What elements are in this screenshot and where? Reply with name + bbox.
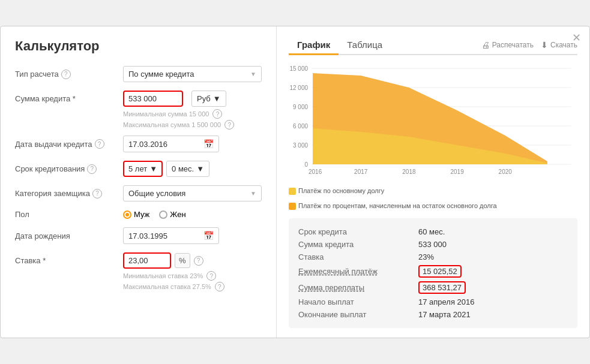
date-issue-label: Дата выдачи кредита ? — [15, 139, 123, 149]
calc-type-select[interactable]: По сумме кредита ▼ — [123, 66, 262, 82]
chart-svg: 15 000 12 000 9 000 6 000 3 000 0 2016 — [289, 62, 577, 182]
term-control: 5 лет ▼ 0 мес. ▼ — [123, 161, 262, 177]
svg-text:15 000: 15 000 — [289, 65, 308, 72]
tab-actions: 🖨 Распечатать ⬇ Скачать — [481, 40, 577, 50]
dob-input[interactable]: 17.03.1995 📅 — [123, 227, 219, 244]
sum-row: Сумма кредита * Руб ▼ — [15, 91, 262, 107]
print-icon: 🖨 — [481, 40, 490, 50]
term-label: Срок кредитования ? — [15, 164, 123, 174]
currency-arrow-icon: ▼ — [213, 94, 221, 103]
results-panel: ✕ График Таблица 🖨 Распечатать ⬇ Скачать… — [277, 26, 589, 338]
summary-row-3: Ежемесячный платёж 15 025,52 — [298, 263, 568, 279]
svg-text:2019: 2019 — [450, 169, 464, 175]
gender-male-radio[interactable] — [123, 210, 131, 219]
gender-female-radio[interactable] — [159, 210, 167, 219]
summary-row-0: Срок кредита 60 мес. — [298, 225, 568, 238]
chart-area: 15 000 12 000 9 000 6 000 3 000 0 2016 — [289, 62, 577, 182]
gender-row: Пол Муж Жен — [15, 210, 262, 219]
borrower-row: Категория заемщика ? Общие условия ▼ — [15, 185, 262, 201]
summary-val-1: 533 000 — [418, 240, 447, 249]
term-months-arrow-icon: ▼ — [196, 164, 204, 173]
summary-val-4: 368 531,27 — [418, 281, 466, 294]
dob-label: Дата рождения — [15, 231, 123, 240]
summary-box: Срок кредита 60 мес. Сумма кредита 533 0… — [289, 218, 577, 328]
summary-val-5: 17 апреля 2016 — [418, 297, 475, 306]
date-issue-help-icon[interactable]: ? — [95, 139, 104, 149]
calc-type-arrow-icon: ▼ — [250, 71, 256, 77]
legend-principal: Платёж по основному долгу — [289, 187, 384, 195]
legend-principal-color — [289, 188, 296, 195]
summary-row-6: Окончание выплат 17 марта 2021 — [298, 308, 568, 321]
svg-text:2017: 2017 — [354, 169, 368, 175]
sum-control: Руб ▼ — [123, 91, 262, 107]
calculator-panel: Калькулятор Тип расчета ? По сумме креди… — [1, 26, 277, 338]
summary-key-0: Срок кредита — [298, 227, 418, 236]
date-issue-row: Дата выдачи кредита ? 17.03.2016 📅 — [15, 136, 262, 152]
legend-interest-color — [289, 203, 296, 210]
sum-min-help-icon[interactable]: ? — [212, 109, 222, 119]
print-button[interactable]: 🖨 Распечатать — [481, 40, 534, 50]
rate-help-icon[interactable]: ? — [194, 256, 203, 266]
summary-val-3: 15 025,52 — [418, 265, 462, 278]
rate-label: Ставка * — [15, 252, 123, 265]
panel-title: Калькулятор — [15, 38, 262, 54]
tab-graph[interactable]: График — [289, 36, 339, 55]
rate-min-help-icon[interactable]: ? — [206, 271, 216, 281]
borrower-select[interactable]: Общие условия ▼ — [123, 185, 262, 201]
calc-type-row: Тип расчета ? По сумме кредита ▼ — [15, 66, 262, 82]
close-button[interactable]: ✕ — [572, 32, 581, 43]
summary-val-0: 60 мес. — [418, 227, 445, 236]
rate-row: Ставка * % ? — [15, 252, 262, 269]
date-issue-calendar-icon: 📅 — [203, 139, 214, 149]
calc-type-help-icon[interactable]: ? — [61, 70, 71, 79]
calc-type-control: По сумме кредита ▼ — [123, 66, 262, 82]
main-window: Калькулятор Тип расчета ? По сумме креди… — [0, 26, 590, 338]
summary-val-2: 23% — [418, 252, 434, 261]
summary-key-3[interactable]: Ежемесячный платёж — [298, 267, 418, 276]
rate-max-help-icon[interactable]: ? — [215, 282, 224, 291]
tab-table[interactable]: Таблица — [339, 36, 391, 55]
date-issue-control: 17.03.2016 📅 — [123, 136, 262, 152]
svg-text:2020: 2020 — [499, 169, 513, 175]
summary-key-4[interactable]: Сумма переплаты — [298, 283, 418, 292]
currency-select[interactable]: Руб ▼ — [191, 91, 226, 107]
term-years-arrow-icon: ▼ — [149, 164, 157, 173]
svg-text:9 000: 9 000 — [293, 104, 308, 110]
term-years-select[interactable]: 5 лет ▼ — [123, 161, 163, 177]
dob-row: Дата рождения 17.03.1995 📅 — [15, 227, 262, 244]
term-row: Срок кредитования ? 5 лет ▼ 0 мес. ▼ — [15, 161, 262, 177]
sum-hint-max: Максимальная сумма 1 500 000 ? — [123, 120, 262, 130]
sum-max-help-icon[interactable]: ? — [224, 120, 234, 130]
gender-radio-group: Муж Жен — [123, 210, 262, 219]
chart-legend: Платёж по основному долгу Платёж по проц… — [289, 187, 577, 210]
svg-text:12 000: 12 000 — [289, 85, 308, 91]
summary-row-4: Сумма переплаты 368 531,27 — [298, 279, 568, 296]
term-help-icon[interactable]: ? — [87, 164, 97, 174]
svg-text:2018: 2018 — [402, 169, 416, 175]
borrower-arrow-icon: ▼ — [250, 190, 256, 197]
rate-input[interactable] — [123, 252, 171, 269]
summary-val-6: 17 марта 2021 — [418, 310, 471, 319]
gender-female-option[interactable]: Жен — [159, 210, 185, 219]
svg-text:3 000: 3 000 — [293, 142, 308, 149]
summary-key-1: Сумма кредита — [298, 240, 418, 249]
sum-input[interactable] — [123, 91, 183, 107]
rate-hint-min: Минимальная ставка 23% ? — [123, 271, 262, 281]
sum-label: Сумма кредита * — [15, 91, 123, 103]
sum-hint-min: Минимальная сумма 15 000 ? — [123, 109, 262, 119]
summary-row-1: Сумма кредита 533 000 — [298, 238, 568, 251]
summary-row-2: Ставка 23% — [298, 251, 568, 263]
svg-text:6 000: 6 000 — [293, 123, 308, 130]
tabs-row: График Таблица 🖨 Распечатать ⬇ Скачать — [289, 36, 577, 55]
summary-key-5: Начало выплат — [298, 297, 418, 306]
date-issue-input[interactable]: 17.03.2016 📅 — [123, 136, 219, 152]
rate-percent-label: % — [175, 253, 190, 268]
gender-male-option[interactable]: Муж — [123, 210, 149, 219]
summary-row-5: Начало выплат 17 апреля 2016 — [298, 296, 568, 308]
rate-hint-max: Максимальная ставка 27.5% ? — [123, 282, 262, 291]
borrower-help-icon[interactable]: ? — [92, 189, 102, 198]
dob-calendar-icon: 📅 — [203, 231, 214, 240]
borrower-control: Общие условия ▼ — [123, 185, 262, 201]
legend-interest: Платёж по процентам, начисленным на оста… — [289, 202, 497, 210]
term-months-select[interactable]: 0 мес. ▼ — [166, 161, 209, 177]
